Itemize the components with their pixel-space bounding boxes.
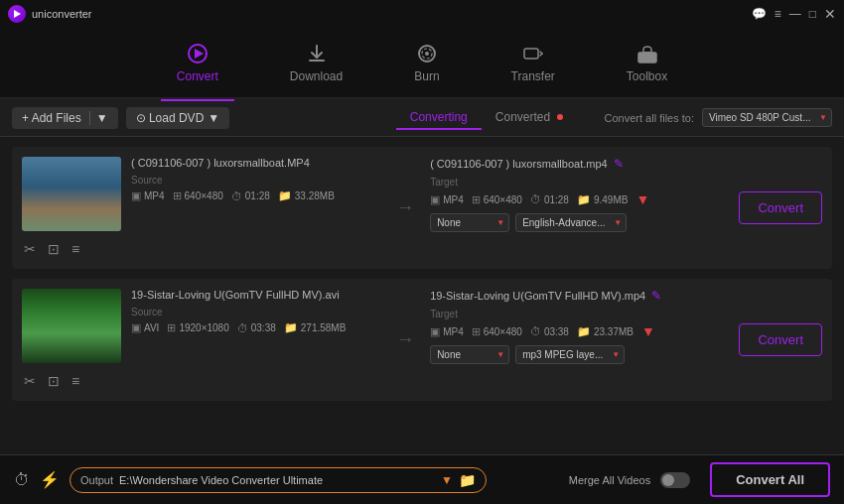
- settings-list-icon[interactable]: ≡: [70, 239, 81, 259]
- nav-burn[interactable]: Burn: [398, 34, 455, 91]
- add-files-dropdown-arrow[interactable]: ▼: [89, 111, 108, 125]
- source-resolution-2: ⊞ 1920×1080: [167, 321, 228, 334]
- target-format-1: ▣ MP4: [430, 193, 464, 206]
- file-thumb-2: [22, 289, 121, 363]
- target-quality-dropdown-1[interactable]: ▼: [635, 191, 649, 207]
- arrow-1: →: [390, 157, 420, 259]
- bottombar: ⏱ ⚡ Output ▼ 📁 Merge All Videos Convert …: [0, 454, 844, 504]
- nav-download-label: Download: [290, 69, 343, 83]
- chat-icon[interactable]: 💬: [752, 7, 767, 21]
- target-controls-1: None English-Advance...: [430, 213, 729, 232]
- close-icon[interactable]: ✕: [824, 6, 836, 22]
- output-path-input[interactable]: [119, 474, 435, 486]
- bolt-bottom-icon[interactable]: ⚡: [40, 470, 60, 489]
- target-label-2: Target: [430, 309, 729, 319]
- file-thumb-1: [22, 157, 121, 231]
- merge-all-label: Merge All Videos: [569, 474, 650, 486]
- toolbox-nav-icon: [635, 42, 659, 65]
- svg-marker-2: [195, 49, 204, 59]
- nav-convert[interactable]: Convert: [161, 34, 234, 91]
- target-duration-2: ⏱ 03:38: [530, 325, 569, 337]
- file-source-meta-2: ▣ AVI ⊞ 1920×1080 ⏱ 03:38 📁 271.58MB: [131, 321, 380, 334]
- target-dur-icon-1: ⏱: [530, 193, 541, 205]
- load-dvd-button[interactable]: ⊙ Load DVD ▼: [126, 107, 230, 129]
- minimize-icon[interactable]: —: [789, 7, 801, 21]
- crop-icon[interactable]: ⊡: [46, 239, 62, 259]
- duration-icon-2: ⏱: [237, 322, 248, 334]
- subtitle1-dropdown-1[interactable]: None: [430, 213, 509, 232]
- subtitle2-dropdown-2[interactable]: mp3 MPEG laye...: [515, 345, 625, 364]
- convert-all-button[interactable]: Convert All: [710, 462, 830, 497]
- transfer-nav-icon: [521, 42, 545, 65]
- svg-point-5: [425, 52, 429, 56]
- subtitle2-dropdown-1[interactable]: English-Advance...: [515, 213, 627, 232]
- resolution-icon-2: ⊞: [167, 321, 176, 334]
- target-edit-icon-1[interactable]: ✎: [614, 157, 624, 171]
- scissors-icon[interactable]: ✂: [22, 239, 38, 259]
- target-name-2: 19-Sistar-Loving U(GomTV FullHD MV).mp4 …: [430, 289, 729, 303]
- subtitle1-select-2[interactable]: None: [430, 345, 509, 364]
- svg-rect-7: [524, 49, 538, 59]
- source-label-2: Source: [131, 307, 380, 317]
- target-quality-dropdown-2[interactable]: ▼: [641, 323, 655, 339]
- target-edit-icon-2[interactable]: ✎: [651, 289, 661, 303]
- subtitle2-select-2[interactable]: mp3 MPEG laye...: [515, 345, 625, 364]
- source-size-2: 📁 271.58MB: [284, 321, 347, 334]
- size-icon-1: 📁: [278, 189, 292, 202]
- subtitle1-dropdown-2[interactable]: None: [430, 345, 509, 364]
- file-target-meta-2: ▣ MP4 ⊞ 640×480 ⏱ 03:38 📁 23.37MB ▼: [430, 323, 729, 339]
- duration-icon-1: ⏱: [231, 190, 242, 202]
- target-size-1: 📁 9.49MB: [577, 193, 628, 206]
- subtitle1-select-1[interactable]: None: [430, 213, 509, 232]
- target-format-2: ▣ MP4: [430, 325, 464, 338]
- arrow-2: →: [390, 289, 420, 391]
- tab-group: Converting Converted: [396, 106, 577, 130]
- svg-line-9: [540, 54, 542, 56]
- menu-icon[interactable]: ≡: [774, 7, 781, 21]
- titlebar-left: uniconverter: [8, 5, 92, 23]
- nav-transfer-label: Transfer: [511, 69, 555, 83]
- source-duration-1: ⏱ 01:28: [231, 190, 270, 202]
- convert-button-2[interactable]: Convert: [739, 323, 822, 356]
- output-folder-icon[interactable]: 📁: [459, 472, 476, 488]
- file-source-name-2: 19-Sistar-Loving U(GomTV FullHD MV).avi: [131, 289, 380, 301]
- merge-toggle[interactable]: [660, 472, 690, 488]
- crop-icon-2[interactable]: ⊡: [46, 371, 62, 391]
- clock-bottom-icon[interactable]: ⏱: [14, 471, 30, 489]
- nav-transfer[interactable]: Transfer: [495, 34, 571, 91]
- target-resolution-1: ⊞ 640×480: [472, 193, 522, 206]
- svg-rect-11: [644, 52, 650, 56]
- maximize-icon[interactable]: □: [809, 7, 816, 21]
- download-nav-icon: [305, 42, 329, 65]
- convert-all-format-select[interactable]: Vimeo SD 480P Cust...: [702, 108, 832, 127]
- format-icon-1: ▣: [131, 189, 141, 202]
- target-format-icon-1: ▣: [430, 193, 440, 206]
- settings-list-icon-2[interactable]: ≡: [70, 371, 81, 391]
- target-name-1: ( C091106-007 ) luxorsmallboat.mp4 ✎: [430, 157, 729, 171]
- file-source-meta-1: ▣ MP4 ⊞ 640×480 ⏱ 01:28 📁 33.28MB: [131, 189, 380, 202]
- target-size-2: 📁 23.37MB: [577, 325, 633, 338]
- load-dvd-dropdown-arrow[interactable]: ▼: [208, 111, 219, 125]
- add-files-button[interactable]: + Add Files ▼: [12, 107, 118, 129]
- file-item-left-1: ✂ ⊡ ≡: [22, 157, 121, 259]
- nav-download[interactable]: Download: [274, 34, 358, 91]
- subtitle2-select-1[interactable]: English-Advance...: [515, 213, 627, 232]
- source-format-2: ▣ AVI: [131, 321, 159, 334]
- convert-button-1[interactable]: Convert: [739, 191, 822, 224]
- target-dur-icon-2: ⏱: [530, 325, 541, 337]
- file-source-1: ( C091106-007 ) luxorsmallboat.MP4 Sourc…: [131, 157, 380, 259]
- scissors-icon-2[interactable]: ✂: [22, 371, 38, 391]
- tab-converted[interactable]: Converted: [482, 106, 577, 130]
- file-thumb-actions-1: ✂ ⊡ ≡: [22, 239, 81, 259]
- convert-all-label: Convert all files to:: [605, 112, 694, 124]
- app-name: uniconverter: [32, 8, 92, 20]
- nav-toolbox[interactable]: Toolbox: [611, 34, 683, 91]
- file-target-meta-1: ▣ MP4 ⊞ 640×480 ⏱ 01:28 📁 9.49MB ▼: [430, 191, 729, 207]
- navbar: Convert Download Burn: [0, 28, 844, 99]
- output-label: Output: [80, 474, 113, 486]
- tab-converting[interactable]: Converting: [396, 106, 482, 130]
- output-dropdown-arrow[interactable]: ▼: [441, 473, 453, 487]
- file-source-2: 19-Sistar-Loving U(GomTV FullHD MV).avi …: [131, 289, 380, 391]
- target-res-icon-2: ⊞: [472, 325, 481, 338]
- convert-all-format-dropdown[interactable]: Vimeo SD 480P Cust...: [702, 108, 832, 127]
